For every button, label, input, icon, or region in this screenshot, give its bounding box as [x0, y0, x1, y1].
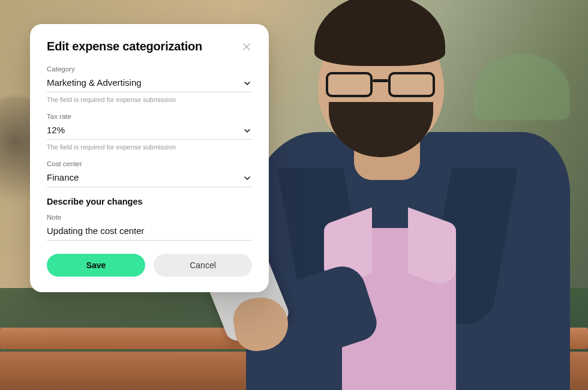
chevron-down-icon [244, 80, 251, 87]
section-title-changes: Describe your changes [47, 197, 252, 206]
field-tax-rate: Tax rate 12% The field is required for e… [47, 113, 252, 151]
cancel-button[interactable]: Cancel [154, 254, 252, 277]
field-category: Category Marketing & Advertising The fie… [47, 65, 252, 103]
note-input-wrap [47, 223, 252, 241]
save-button[interactable]: Save [47, 254, 145, 277]
category-value: Marketing & Advertising [47, 77, 142, 88]
field-label-note: Note [47, 214, 252, 221]
modal-actions: Save Cancel [47, 254, 252, 277]
category-select[interactable]: Marketing & Advertising [47, 75, 252, 92]
modal-title: Edit expense categorization [47, 40, 202, 53]
tax-rate-value: 12% [47, 125, 65, 135]
helper-text-category: The field is required for expense submis… [47, 96, 252, 103]
cost-center-select[interactable]: Finance [47, 170, 252, 187]
app-stage: Edit expense categorization Category Mar… [0, 0, 588, 390]
edit-expense-modal: Edit expense categorization Category Mar… [30, 24, 269, 292]
modal-header: Edit expense categorization [47, 40, 252, 53]
chevron-down-icon [244, 175, 251, 182]
tax-rate-select[interactable]: 12% [47, 122, 252, 140]
close-icon[interactable] [241, 41, 252, 52]
field-note: Note [47, 214, 252, 241]
cost-center-value: Finance [47, 172, 79, 182]
photo-person [234, 18, 570, 390]
chevron-down-icon [244, 127, 251, 134]
helper-text-tax-rate: The field is required for expense submis… [47, 143, 252, 151]
note-input[interactable] [47, 226, 252, 236]
field-label-category: Category [47, 65, 252, 73]
field-label-tax-rate: Tax rate [47, 113, 252, 120]
field-cost-center: Cost center Finance [47, 160, 252, 187]
field-label-cost-center: Cost center [47, 160, 252, 167]
